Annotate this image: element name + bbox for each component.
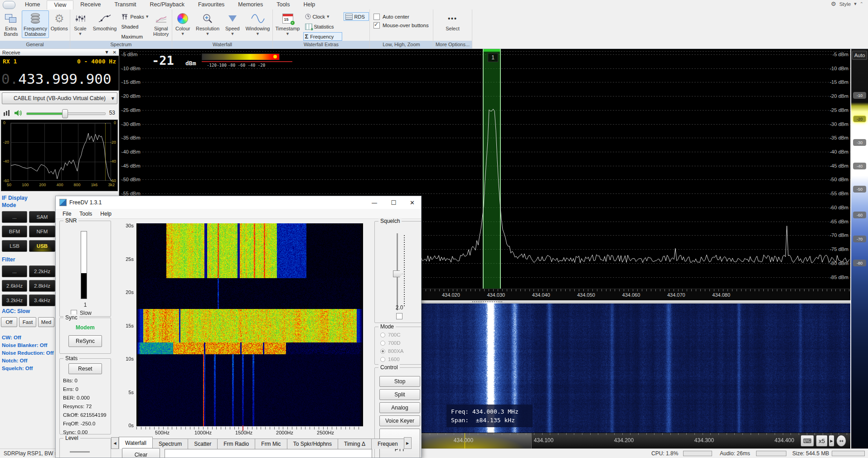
agc-button[interactable]: Fast (19, 317, 36, 327)
extra-bands-button[interactable]: Extra Bands (0, 10, 22, 38)
freedv-text-field[interactable] (165, 449, 372, 458)
panel-close-icon[interactable]: ✕ (113, 50, 116, 55)
filter-button[interactable]: 2.6kHz (2, 280, 27, 292)
reset-button[interactable]: Reset (68, 363, 102, 374)
freedv-tab[interactable]: Spectrum (152, 439, 188, 449)
control-button[interactable]: Analog (379, 402, 420, 413)
resync-button[interactable]: ReSync (68, 335, 102, 347)
signal-history-button[interactable]: Signal History (150, 10, 172, 38)
rds-button[interactable]: RDS (344, 12, 369, 21)
zoom-band-indicator[interactable] (422, 300, 850, 304)
shaded-button[interactable]: Shaded (119, 22, 150, 31)
waterfall-contrast-strip[interactable]: Auto -10-20-30-40-50-60-70-80 (851, 49, 868, 448)
mode-button[interactable]: LSB (2, 240, 27, 252)
colour-button[interactable]: Colour ▼ (172, 10, 194, 38)
squelch-slider-thumb[interactable] (393, 270, 402, 277)
mode-button[interactable]: NFM (29, 226, 55, 237)
ribbon-tab[interactable]: Rec/Playback (143, 0, 191, 10)
ribbon-tab[interactable]: Transmit (107, 0, 143, 10)
auto-center-checkbox[interactable] (373, 14, 380, 20)
zoom-step-button[interactable]: ▶ (829, 435, 834, 447)
maximize-icon[interactable]: ☐ (391, 199, 396, 206)
tab-scroll-right[interactable]: ▶ (404, 437, 412, 449)
freedv-tab[interactable]: Frm Mic (255, 439, 287, 449)
agc-button[interactable]: Off (1, 317, 17, 327)
mode-button[interactable]: SAM (29, 211, 55, 223)
statistics-button[interactable]: 9 Statistics (303, 22, 342, 31)
timestamp-button[interactable]: 15+ Timestamp ▼ (274, 10, 302, 38)
peaks-button[interactable]: Peaks ▼ (119, 12, 150, 21)
smoothing-button[interactable]: Smoothing (90, 10, 120, 33)
frequency-database-button[interactable]: Frequency Database (22, 10, 48, 38)
volume-slider-thumb[interactable] (62, 109, 68, 118)
contrast-level-pill[interactable]: -80 (853, 260, 866, 266)
filter-button[interactable]: 3.2kHz (2, 294, 27, 306)
minimize-icon[interactable]: — (371, 199, 377, 206)
ribbon-tab[interactable]: Memories (231, 0, 270, 10)
contrast-level-pill[interactable]: -70 (853, 236, 866, 242)
zoom-level-button[interactable]: x5 (816, 435, 828, 447)
control-button[interactable]: Split (379, 389, 420, 400)
mouse-over-buttons-checkbox[interactable] (373, 22, 380, 29)
ribbon-tab[interactable]: Receive (73, 0, 107, 10)
resolution-button[interactable]: Resolution ▼ (194, 10, 222, 38)
app-menu-button[interactable] (3, 1, 15, 9)
close-icon[interactable]: ✕ (410, 199, 415, 206)
style-dropdown-icon[interactable]: ▼ (854, 2, 856, 6)
maximum-button[interactable]: Maximum (119, 32, 150, 41)
speaker-icon[interactable] (14, 109, 23, 117)
mode-button[interactable]: BFM (2, 226, 27, 237)
scale-button[interactable]: Scale ▼ (70, 10, 90, 38)
menu-item[interactable]: File (58, 211, 75, 217)
menu-item[interactable]: Help (96, 211, 116, 217)
freedv-tab[interactable]: Waterfall (119, 437, 153, 449)
freedv-tab[interactable]: To Spkr/Hdphns (287, 439, 338, 449)
ribbon-tab[interactable]: Favourites (191, 0, 231, 10)
filter-button[interactable]: 2.2kHz (29, 265, 55, 277)
main-waterfall[interactable]: Freq: 434.000.3 MHz Span: ±84.135 kHz (422, 304, 850, 433)
contrast-level-pill[interactable]: -50 (853, 186, 866, 193)
contrast-level-pill[interactable]: -30 (853, 139, 866, 146)
filter-button[interactable]: 3.4kHz (29, 294, 55, 306)
control-button[interactable]: Stop (379, 376, 420, 387)
collapse-ribbon-icon[interactable]: ⌃ (860, 1, 863, 6)
ribbon-tab[interactable]: View (47, 0, 73, 10)
windowing-button[interactable]: Windowing ▼ (243, 10, 272, 38)
tab-scroll-left[interactable]: ◀ (111, 437, 119, 449)
clear-button[interactable]: Clear (122, 448, 160, 458)
style-label[interactable]: Style (839, 1, 851, 7)
panel-dropdown-icon[interactable]: ▼ (105, 50, 108, 54)
auto-gain-button[interactable]: Auto (852, 51, 867, 60)
freedv-tab[interactable]: Frequen (371, 439, 404, 449)
mode-button[interactable]: ... (2, 211, 27, 223)
settings-gear-icon[interactable]: ⚙ (831, 0, 836, 7)
keyboard-entry-button[interactable]: ⌨ (800, 435, 814, 447)
control-button[interactable]: Voice Keyer (379, 415, 420, 426)
menu-item[interactable]: Tools (75, 211, 96, 217)
level-slider[interactable] (70, 451, 90, 453)
options-button[interactable]: ⚙ Options (49, 10, 70, 33)
filter-button[interactable]: 2.8kHz (29, 280, 55, 292)
level-bars-icon[interactable] (4, 110, 10, 116)
freedv-tab[interactable]: Timing Δ (338, 439, 372, 449)
waterfall-frequency-bar[interactable]: 434.000434.100434.200434.300434.400 ⌨ x5… (422, 433, 850, 448)
freedv-window[interactable]: FreeDV 1.3.1 — ☐ ✕ FileToolsHelp SNR 1 S… (55, 196, 422, 458)
ribbon-tab[interactable]: Home (18, 0, 47, 10)
ribbon-tab[interactable]: Tools (270, 0, 296, 10)
contrast-level-pill[interactable]: -40 (853, 163, 866, 169)
audio-device-select[interactable]: CABLE Input (VB-Audio Virtual Cable) ▼ (2, 92, 117, 104)
filter-button[interactable]: ... (2, 265, 27, 277)
speed-button[interactable]: Speed ▼ (222, 10, 243, 38)
ribbon-tab[interactable]: Help (296, 0, 322, 10)
contrast-level-pill[interactable]: -10 (853, 92, 866, 99)
squelch-enable-checkbox[interactable] (396, 313, 402, 319)
span-reset-button[interactable]: ↔ (836, 435, 846, 447)
select-button[interactable]: ••• Select (439, 10, 466, 33)
freedv-title-bar[interactable]: FreeDV 1.3.1 (56, 196, 421, 209)
volume-slider[interactable] (26, 109, 106, 117)
freedv-tab[interactable]: Scatter (188, 439, 218, 449)
agc-button[interactable]: Med (38, 317, 54, 327)
mode-button[interactable]: USB (29, 240, 55, 252)
clock-button[interactable]: Clock ▼ (303, 12, 342, 21)
contrast-level-pill[interactable]: -60 (853, 212, 866, 218)
